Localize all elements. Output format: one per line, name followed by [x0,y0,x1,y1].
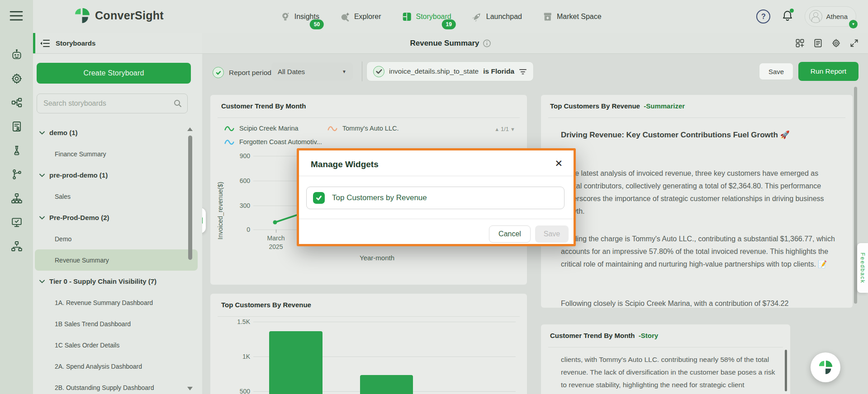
page-scrollbar-thumb[interactable] [854,87,857,304]
pager-up-icon[interactable]: ▲ [494,127,499,132]
manage-widgets-icon[interactable] [795,38,805,48]
expand-icon[interactable] [849,38,859,48]
chevron-down-icon [39,216,45,220]
bar-tommys-auto[interactable] [269,331,323,394]
nav-item-market-space[interactable]: Market Space [543,12,602,22]
notification-dot [790,9,794,13]
ship-to-state-filter-chip[interactable]: invoice_details.ship_to_state is Florida [366,61,534,81]
tree-item-demo[interactable]: Demo [33,228,202,249]
scroll-down-arrow-icon[interactable] [187,387,193,390]
tree-scrollbar-thumb[interactable] [188,136,192,260]
gear-icon[interactable] [831,38,841,48]
storyboards-sidebar: Create Storyboard demo (1) Finance Summa… [33,53,202,394]
chevron-down-icon [39,131,45,135]
tree-item-1b-sales-trend[interactable]: 1B Sales Trend Dashboard [33,313,202,334]
nav-label: Market Space [557,13,602,21]
tree-group-pre-prod-demo[interactable]: pre-prod-demo (1) [33,164,202,186]
feedback-tab[interactable]: Feedback [857,243,868,293]
check-circle-icon [373,66,384,77]
nav-item-launchpad[interactable]: Launchpad [472,12,522,22]
storyboard-tree: demo (1) Finance Summary pre-prod-demo (… [33,122,202,394]
tree-item-revenue-summary[interactable]: Revenue Summary [35,249,198,271]
search-icon[interactable] [174,99,182,108]
hamburger-menu-icon[interactable] [9,10,23,22]
nav-item-storyboard[interactable]: Storyboard 19 [402,12,451,22]
save-button-disabled[interactable]: Save [535,225,569,243]
nav-item-explorer[interactable]: Explorer [340,12,381,22]
divider [548,117,845,118]
tree-item-1a-revenue-summary[interactable]: 1A. Revenue Summary Dashboard [33,292,202,313]
toolbar-divider [362,61,362,81]
search-input[interactable] [37,99,174,108]
insights-count-badge: 50 [310,19,324,29]
chevron-down-icon: ▼ [342,69,346,74]
scroll-up-arrow-icon[interactable] [187,127,193,131]
report-period-select[interactable]: All Dates ▼ [271,62,353,80]
avatar [809,10,822,23]
divider [299,219,574,219]
labs-flask-icon[interactable] [11,145,23,156]
nav-item-insights[interactable]: Insights 50 [280,12,319,22]
storyboard-count-badge: 19 [442,19,456,29]
brand-logo[interactable]: ConverSight [74,7,164,24]
user-name: Athena [826,13,848,20]
data-point[interactable] [273,220,277,225]
top-navbar: ConverSight Insights 50 Explorer Storybo… [33,0,868,33]
tree-item-1c-sales-order[interactable]: 1C Sales Order Details [33,334,202,356]
checkbox-checked-icon[interactable] [313,192,325,204]
story-scrollbar-thumb[interactable] [785,350,787,391]
tree-item-2a-spend-analysis[interactable]: 2A. Spend Analysis Dashboard [33,356,202,377]
report-doc-user-icon[interactable] [11,121,23,132]
legend-forgotten-coast[interactable]: Forgotten Coast Automotiv... [224,138,322,145]
page-actions [795,33,859,53]
card-title: Customer Trend By Month [221,102,306,110]
conversight-logo-icon [818,360,833,375]
org-chart-icon[interactable] [11,240,23,252]
collapse-list-icon[interactable] [39,39,50,48]
summarizer-tag: -Summarizer [644,102,685,110]
bar-scipio-creek[interactable] [360,375,413,394]
legend-pager: ▲ 1/1 ▼ [494,126,515,132]
tree-item-sales[interactable]: Sales [33,186,202,207]
tree-group-tier0[interactable]: Tier 0 - Supply Chain Visibility (7) [33,271,202,292]
filter-lines-icon[interactable] [519,68,527,75]
legend-scipio-creek-marina[interactable]: Scipio Creek Marina [224,125,299,132]
tree-item-finance-summary[interactable]: Finance Summary [33,143,202,164]
settings-gear-icon[interactable] [11,73,23,84]
story-text: clients, with Tommy's Auto LLC. contribu… [561,353,777,394]
user-menu[interactable]: Athena ▼ [805,6,856,27]
help-icon[interactable]: ? [756,9,770,23]
save-report-button[interactable]: Save [759,63,793,80]
card-title: Top Customers By Revenue [221,301,311,309]
assistant-fab[interactable] [811,352,840,382]
summarizer-paragraph: Leading the charge is Tommy's Auto LLC.,… [561,233,839,271]
create-storyboard-button[interactable]: Create Storyboard [37,63,191,84]
notifications-bell-icon[interactable] [782,10,793,23]
legend-tommys-auto[interactable]: Tommy's Auto LLC. [327,125,398,132]
divider [218,316,520,317]
tree-item-2b-outstanding-supply[interactable]: 2B. Outstanding Supply Dashboard [33,377,202,394]
pipeline-branch-icon[interactable] [11,169,23,180]
rocket-icon [472,12,482,22]
y-axis-label: Invoiced_revenue($) [217,149,224,239]
widget-option-top-customers[interactable]: Top Customers by Revenue [306,187,564,209]
line-swatch-icon [224,139,235,145]
notes-icon[interactable] [813,38,823,48]
sitemap-icon[interactable] [11,192,23,204]
divider [299,176,574,176]
monitor-check-icon[interactable] [11,216,23,228]
tree-group-pre-prod-demo-2[interactable]: Pre-Prod-Demo (2) [33,207,202,228]
pager-down-icon[interactable]: ▼ [510,127,515,132]
close-icon[interactable]: ✕ [555,159,563,168]
integrations-nodes-icon[interactable] [11,97,23,108]
y-tick: 300 [225,202,250,209]
top-customers-card: Top Customers By Revenue 1.5K 1K 500 Inv… [210,294,527,394]
nav-label: Launchpad [486,13,522,21]
app-window: ConverSight Insights 50 Explorer Storybo… [0,0,868,394]
tree-group-demo[interactable]: demo (1) [33,122,202,143]
y-tick: 500 [225,388,250,394]
assistant-bot-icon[interactable] [11,49,23,61]
cancel-button[interactable]: Cancel [489,225,531,243]
run-report-button[interactable]: Run Report [798,62,859,81]
info-icon[interactable] [483,39,491,47]
